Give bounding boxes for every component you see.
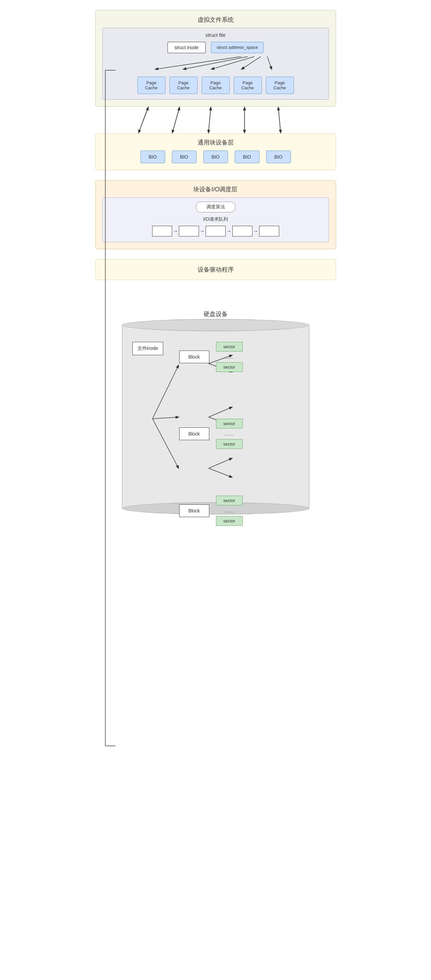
- sector-3-1: sector: [216, 496, 243, 505]
- page-cache-row: PageCache PageCache PageCache PageCache …: [108, 76, 323, 94]
- queue-boxes-row: → → → →: [108, 226, 323, 237]
- scheduler-algo-box: 调度算法: [196, 202, 235, 212]
- dots-1: ……: [216, 354, 243, 360]
- svg-line-14: [278, 107, 280, 133]
- vfs-title: 虚拟文件系统: [102, 16, 329, 24]
- struct-row: struct inode struct address_space: [108, 42, 323, 53]
- block-box-1: Block: [179, 350, 209, 363]
- block-box-3: Block: [179, 504, 209, 517]
- driver-title: 设备驱动程序: [102, 266, 329, 274]
- sector-group-3: sector …… sector: [216, 496, 243, 526]
- queue-box-3: [206, 226, 226, 237]
- svg-line-6: [138, 107, 148, 133]
- struct-file-box: struct file struct inode struct address_…: [102, 28, 329, 100]
- queue-box-4: [232, 226, 253, 237]
- sector-group-2: sector …… sector: [216, 419, 243, 449]
- scheduler-title: 块设备I/O调度层: [102, 185, 329, 193]
- queue-arrow-3: →: [226, 228, 232, 234]
- scheduler-layer: 块设备I/O调度层 调度算法 I/O请求队列 → → → →: [95, 180, 336, 249]
- page-cache-5: PageCache: [266, 76, 294, 94]
- hdd-inner-layout: 文件inode: [129, 342, 302, 355]
- page-cache-1: PageCache: [137, 76, 165, 94]
- generic-block-layer: 通用块设备层 BIO BIO BIO BIO BIO: [95, 134, 336, 170]
- sector-1-3: sector: [216, 362, 243, 372]
- bio-2: BIO: [172, 151, 197, 163]
- bio-3: BIO: [203, 151, 228, 163]
- bio-4: BIO: [235, 151, 259, 163]
- vfs-to-block-arrows: [95, 107, 336, 134]
- queue-box-2: [179, 226, 199, 237]
- queue-box-5: [259, 226, 279, 237]
- dots-2: ……: [216, 431, 243, 436]
- svg-line-2: [212, 57, 254, 69]
- queue-arrow-4: →: [253, 228, 258, 234]
- svg-line-15: [153, 365, 178, 419]
- svg-line-16: [153, 417, 178, 419]
- blocks-container: Block sector …… sector Block sector: [179, 342, 243, 526]
- svg-line-1: [183, 57, 248, 69]
- sector-2-3: sector: [216, 439, 243, 449]
- block-box-2: Block: [179, 428, 209, 440]
- queue-arrow-1: →: [173, 228, 178, 234]
- svg-line-0: [155, 57, 242, 69]
- block-group-3: Block sector …… sector: [179, 496, 243, 526]
- struct-address-space-box: struct address_space: [211, 42, 264, 53]
- sector-1-1: sector: [216, 342, 243, 352]
- svg-line-8: [172, 107, 180, 133]
- svg-line-4: [267, 57, 272, 69]
- struct-inode-box: struct inode: [167, 42, 206, 53]
- driver-layer: 设备驱动程序: [95, 259, 336, 280]
- hdd-title: 硬盘设备: [204, 310, 228, 318]
- sector-group-1: sector …… sector: [216, 342, 243, 372]
- scheduler-inner: 调度算法 I/O请求队列 → → → →: [102, 197, 329, 242]
- hdd-section: 硬盘设备 文件inode: [112, 310, 319, 509]
- svg-line-3: [242, 57, 261, 69]
- arrows-to-cache: [108, 57, 323, 70]
- queue-box-1: [152, 226, 172, 237]
- block-group-1: Block sector …… sector: [179, 342, 243, 372]
- cylinder-top: [122, 319, 309, 331]
- page-cache-4: PageCache: [234, 76, 262, 94]
- bio-row: BIO BIO BIO BIO BIO: [102, 151, 329, 163]
- dots-3: ……: [216, 508, 243, 514]
- sector-3-3: sector: [216, 516, 243, 526]
- page-cache-3: PageCache: [202, 76, 230, 94]
- scheduler-algo-row: 调度算法: [108, 202, 323, 212]
- page-cache-2: PageCache: [170, 76, 197, 94]
- struct-file-title: struct file: [108, 32, 323, 38]
- generic-block-title: 通用块设备层: [102, 138, 329, 146]
- bio-5: BIO: [266, 151, 291, 163]
- block-group-2: Block sector …… sector: [179, 419, 243, 449]
- svg-line-17: [153, 419, 178, 468]
- queue-arrow-2: →: [200, 228, 205, 234]
- bio-1: BIO: [140, 151, 165, 163]
- vfs-layer: 虚拟文件系统 struct file struct inode struct a…: [95, 10, 336, 107]
- cylinder-body: 文件inode: [122, 325, 309, 509]
- sector-2-1: sector: [216, 419, 243, 428]
- io-queue-label: I/O请求队列: [108, 216, 323, 223]
- svg-line-10: [208, 107, 211, 133]
